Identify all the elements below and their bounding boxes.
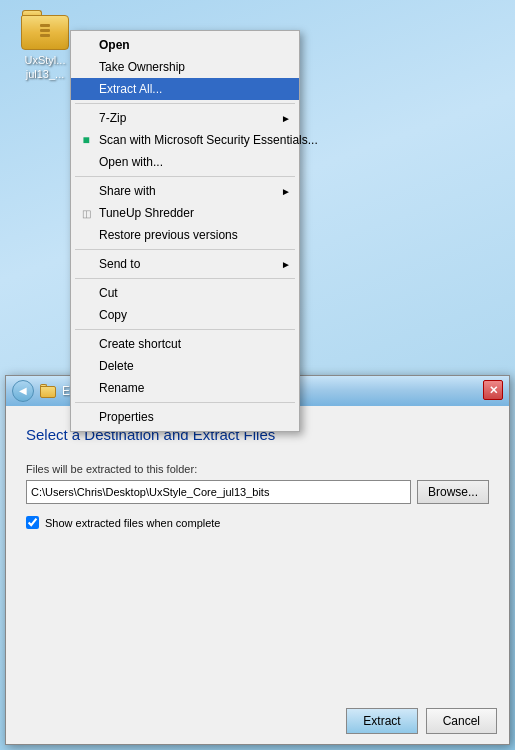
path-input[interactable]: [26, 480, 411, 504]
checkbox-label: Show extracted files when complete: [45, 517, 220, 529]
cut-icon: [77, 284, 95, 302]
menu-item-open-with[interactable]: Open with...: [71, 151, 299, 173]
context-menu: Open Take Ownership Extract All... 7-Zip…: [70, 30, 300, 432]
open-icon: [77, 36, 95, 54]
back-button[interactable]: ◀: [12, 380, 34, 402]
openwith-icon: [77, 153, 95, 171]
show-files-checkbox[interactable]: [26, 516, 39, 529]
separator-6: [75, 402, 295, 403]
dialog-title-icon: [40, 384, 56, 398]
menu-item-tuneup[interactable]: ◫ TuneUp Shredder: [71, 202, 299, 224]
separator-3: [75, 249, 295, 250]
close-button[interactable]: ✕: [483, 380, 503, 400]
menu-item-cut[interactable]: Cut: [71, 282, 299, 304]
menu-item-send-to[interactable]: Send to ►: [71, 253, 299, 275]
properties-icon: [77, 408, 95, 426]
copy-icon: [77, 306, 95, 324]
menu-item-copy[interactable]: Copy: [71, 304, 299, 326]
menu-item-rename[interactable]: Rename: [71, 377, 299, 399]
menu-item-properties[interactable]: Properties: [71, 406, 299, 428]
share-icon: [77, 182, 95, 200]
folder-label: UxStyl... jul13_...: [25, 53, 66, 82]
ownership-icon: [77, 58, 95, 76]
extract-button[interactable]: Extract: [346, 708, 417, 734]
menu-item-take-ownership[interactable]: Take Ownership: [71, 56, 299, 78]
menu-item-create-shortcut[interactable]: Create shortcut: [71, 333, 299, 355]
arrow-icon-2: ►: [281, 186, 291, 197]
arrow-icon: ►: [281, 113, 291, 124]
menu-item-7zip[interactable]: 7-Zip ►: [71, 107, 299, 129]
rename-icon: [77, 379, 95, 397]
shortcut-icon: [77, 335, 95, 353]
path-row: Browse...: [26, 480, 489, 504]
delete-icon: [77, 357, 95, 375]
separator-4: [75, 278, 295, 279]
separator-1: [75, 103, 295, 104]
separator-5: [75, 329, 295, 330]
shredder-icon: ◫: [77, 204, 95, 222]
extract-icon: [77, 80, 95, 98]
extract-label: Files will be extracted to this folder:: [26, 463, 489, 475]
restore-icon: [77, 226, 95, 244]
browse-button[interactable]: Browse...: [417, 480, 489, 504]
dialog-footer: Extract Cancel: [346, 708, 497, 734]
desktop: UxStyl... jul13_... Open Take Ownership …: [0, 0, 515, 750]
menu-item-restore[interactable]: Restore previous versions: [71, 224, 299, 246]
menu-item-share-with[interactable]: Share with ►: [71, 180, 299, 202]
cancel-button[interactable]: Cancel: [426, 708, 497, 734]
shield-icon: ■: [77, 131, 95, 149]
arrow-icon-3: ►: [281, 259, 291, 270]
menu-item-open[interactable]: Open: [71, 34, 299, 56]
separator-2: [75, 176, 295, 177]
menu-item-extract-all[interactable]: Extract All...: [71, 78, 299, 100]
checkbox-row: Show extracted files when complete: [26, 516, 489, 529]
menu-item-scan[interactable]: ■ Scan with Microsoft Security Essential…: [71, 129, 299, 151]
sendto-icon: [77, 255, 95, 273]
7zip-icon: [77, 109, 95, 127]
menu-item-delete[interactable]: Delete: [71, 355, 299, 377]
